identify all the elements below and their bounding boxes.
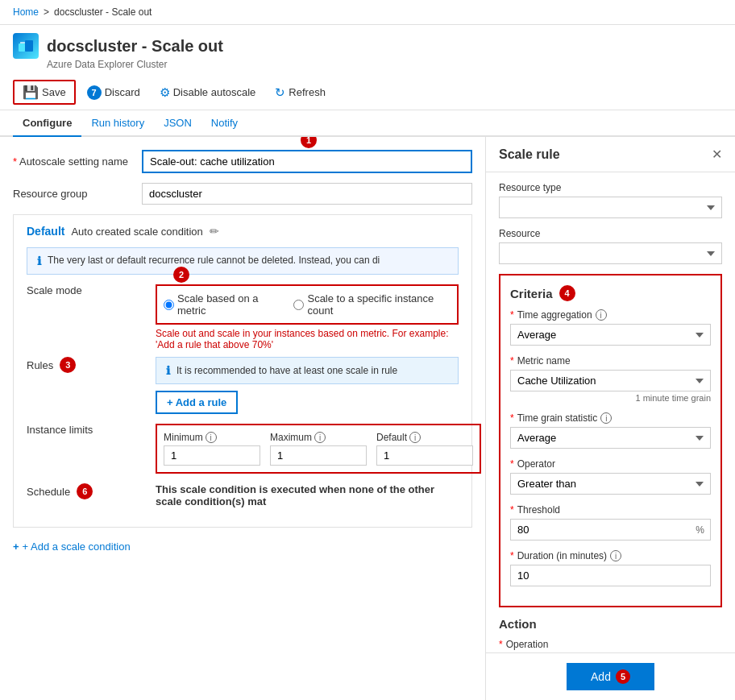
page-title: docscluster - Scale out — [47, 37, 223, 56]
scale-mode-label: Scale mode — [27, 284, 156, 296]
svg-rect-0 — [19, 43, 25, 52]
threshold-label: * Threshold — [510, 504, 711, 516]
schedule-row: Schedule 6 This scale condition is execu… — [27, 483, 459, 507]
tab-configure[interactable]: Configure — [13, 110, 81, 137]
breadcrumb-sep: > — [44, 6, 49, 18]
main-layout: * Autoscale setting name 1 Resource grou… — [0, 137, 735, 700]
schedule-label: Schedule — [27, 486, 70, 498]
step2-badge: 2 — [173, 267, 189, 283]
rules-info-box: ℹ It is recommended to have at least one… — [156, 357, 459, 384]
refresh-button[interactable]: ↻ Refresh — [267, 82, 334, 103]
radio-metric[interactable]: Scale based on a metric — [164, 292, 280, 317]
add-condition-label: + Add a scale condition — [23, 541, 131, 553]
scale-condition-title: Default — [27, 225, 64, 238]
delete-warning-text: The very last or default recurrence rule… — [48, 255, 380, 266]
resource-field: Resource — [499, 228, 722, 264]
scale-mode-row: Scale mode 2 Scale based on a metric Sca… — [27, 284, 459, 350]
default-group: Default i — [376, 432, 473, 466]
metric-name-select[interactable]: Cache Utilization — [510, 370, 711, 391]
threshold-input-wrapper: % — [510, 519, 711, 541]
time-grain-statistic-field: * Time grain statistic i Average — [510, 412, 711, 449]
breadcrumb-home[interactable]: Home — [13, 6, 39, 18]
min-input[interactable] — [164, 445, 260, 466]
operator-select[interactable]: Greater than — [510, 473, 711, 495]
time-grain-statistic-label: * Time grain statistic i — [510, 412, 711, 424]
default-tooltip: i — [409, 432, 421, 443]
threshold-unit: % — [696, 524, 704, 536]
tab-notify[interactable]: Notify — [201, 110, 247, 137]
step5-badge: 5 — [616, 669, 630, 684]
duration-field: * Duration (in minutes) i — [510, 550, 711, 586]
add-scale-condition-button[interactable]: + + Add a scale condition — [13, 541, 472, 553]
scale-condition-header: Default Auto created scale condition ✏ — [27, 225, 459, 238]
rules-info-text: It is recommended to have at least one s… — [176, 365, 397, 376]
autoscale-name-input[interactable] — [142, 150, 472, 173]
max-input[interactable] — [270, 445, 367, 466]
azure-icon — [13, 33, 39, 59]
breadcrumb-current: docscluster - Scale out — [54, 6, 152, 18]
threshold-input[interactable] — [510, 519, 711, 541]
add-rule-button[interactable]: + Add a rule — [156, 391, 238, 414]
default-input[interactable] — [376, 445, 473, 466]
step1-badge: 1 — [301, 137, 317, 148]
min-group: Minimum i — [164, 432, 260, 466]
right-panel: Scale rule ✕ Resource type Resource — [485, 137, 735, 700]
info-icon-rules: ℹ — [166, 364, 170, 377]
toolbar: 💾 Save 7 Discard ⚙ Disable autoscale ↻ R… — [0, 75, 735, 110]
scale-mode-radio-group: Scale based on a metric Scale to a speci… — [156, 284, 459, 325]
threshold-field: * Threshold % — [510, 504, 711, 541]
svg-rect-2 — [20, 42, 25, 43]
right-panel-title: Scale rule — [499, 147, 560, 162]
duration-label: * Duration (in minutes) i — [510, 550, 711, 561]
criteria-section: Criteria 4 * Time aggregation i Average — [499, 274, 722, 607]
instance-limits-inputs: Minimum i Maximum i De — [156, 424, 481, 474]
add-button[interactable]: Add 5 — [567, 663, 654, 690]
resource-label: Resource — [499, 228, 722, 239]
duration-tooltip: i — [610, 550, 621, 561]
discard-button[interactable]: 7 Discard — [79, 82, 148, 103]
resource-group-label: Resource group — [13, 188, 142, 200]
scale-condition-subtitle: Auto created scale condition — [71, 226, 202, 238]
operation-field: * Operation Increase count by — [499, 639, 722, 652]
right-panel-footer: Add 5 — [486, 652, 735, 700]
time-grain-statistic-select[interactable]: Average — [510, 427, 711, 449]
tab-json[interactable]: JSON — [154, 110, 201, 137]
action-title: Action — [499, 617, 722, 631]
schedule-text: This scale condition is executed when no… — [156, 483, 434, 507]
autoscale-name-label: * Autoscale setting name — [13, 155, 142, 168]
resource-type-label: Resource type — [499, 182, 722, 193]
time-aggregation-field: * Time aggregation i Average — [510, 309, 711, 346]
disable-autoscale-button[interactable]: ⚙ Disable autoscale — [152, 82, 264, 103]
plus-icon: + — [13, 541, 19, 553]
resource-select[interactable] — [499, 242, 722, 264]
instance-limits-label: Instance limits — [27, 424, 156, 436]
save-button[interactable]: 💾 Save — [13, 80, 76, 105]
discard-label: Discard — [105, 86, 140, 98]
max-tooltip: i — [314, 432, 326, 443]
save-icon: 💾 — [23, 85, 39, 100]
info-icon-warning: ℹ — [37, 255, 41, 267]
radio-instance[interactable]: Scale to a specific instance count — [293, 292, 451, 317]
duration-input[interactable] — [510, 565, 711, 586]
operation-label: * Operation — [499, 639, 722, 650]
save-label: Save — [42, 86, 66, 98]
time-aggregation-select[interactable]: Average — [510, 324, 711, 346]
scale-condition-box: Default Auto created scale condition ✏ ℹ… — [13, 214, 472, 528]
close-button[interactable]: ✕ — [712, 147, 722, 162]
default-label: Default i — [376, 432, 473, 443]
page-subtitle: Azure Data Explorer Cluster — [47, 59, 722, 70]
right-panel-body: Resource type Resource Criteria — [486, 172, 735, 652]
delete-warning-bar: ℹ The very last or default recurrence ru… — [27, 247, 459, 275]
edit-icon[interactable]: ✏ — [210, 225, 219, 238]
autoscale-name-row: * Autoscale setting name 1 — [13, 150, 472, 173]
disable-label: Disable autoscale — [173, 86, 256, 98]
max-label: Maximum i — [270, 432, 367, 443]
resource-type-select[interactable] — [499, 197, 722, 218]
operator-label: * Operator — [510, 458, 711, 470]
resource-group-input[interactable] — [142, 183, 472, 205]
tabs: Configure Run history JSON Notify — [0, 110, 735, 137]
refresh-icon: ↻ — [275, 85, 285, 100]
breadcrumb: Home > docscluster - Scale out — [0, 0, 735, 25]
tab-run-history[interactable]: Run history — [81, 110, 154, 137]
operator-field: * Operator Greater than — [510, 458, 711, 495]
